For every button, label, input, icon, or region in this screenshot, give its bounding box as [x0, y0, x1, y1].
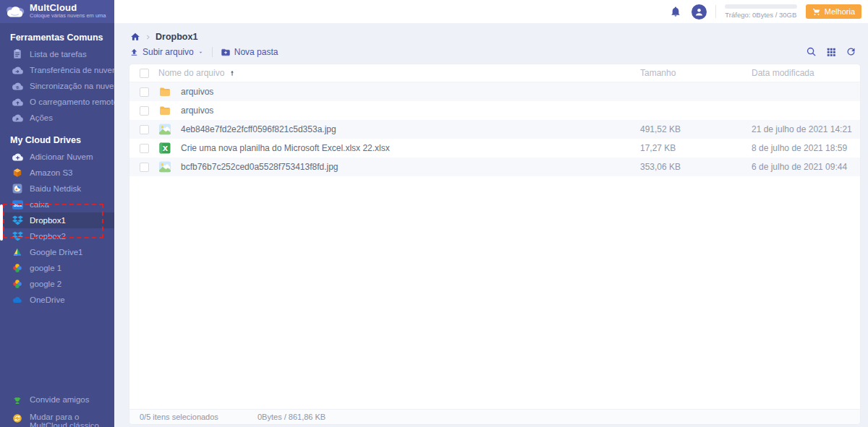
add-cloud-icon [12, 151, 23, 163]
sidebar-item-google-2[interactable]: google 2 [0, 276, 114, 292]
sidebar-item-sincronizacao-na-nuvem[interactable]: Sincronização na nuvem [0, 78, 114, 94]
cart-icon [812, 7, 821, 16]
folder-icon [158, 85, 171, 98]
sidebar-item-lista-de-tarefas[interactable]: Lista de tarefas [0, 46, 114, 62]
sidebar-item-convide-amigos[interactable]: Convide amigos [0, 392, 114, 410]
sidebar-item-label: Adicionar Nuvem [30, 152, 93, 161]
sidebar-item-label: O carregamento remoto [30, 98, 114, 106]
row-checkbox[interactable] [140, 87, 149, 97]
sidebar-item-google-drive1[interactable]: Google Drive1 [0, 244, 114, 260]
onedrive-icon [12, 294, 23, 306]
sidebar-item-label: caixa [30, 200, 49, 209]
home-icon[interactable] [130, 32, 140, 42]
sidebar-item-mudar-classico[interactable]: Mudar para o MultCloud clássico [0, 410, 114, 427]
file-name[interactable]: arquivos [181, 87, 640, 97]
table-row[interactable]: bcfb76b7c252ced0a5528f753413f8fd.jpg 353… [129, 158, 860, 176]
sort-asc-icon[interactable] [229, 69, 236, 77]
sidebar-item-google-1[interactable]: google 1 [0, 260, 114, 276]
table-header: Nome do arquivo Tamanho Data modificada [129, 64, 860, 82]
file-list-panel: Nome do arquivo Tamanho Data modificada … [129, 64, 861, 425]
usage-total: 0Bytes / 861,86 KB [258, 413, 326, 421]
file-name[interactable]: 4eb848e7fd2e2fcff0596f821c5d353a.jpg [181, 124, 640, 134]
row-checkbox[interactable] [140, 125, 149, 134]
section-title-my-cloud-drives: My Cloud Drives [0, 126, 114, 149]
column-header-size[interactable]: Tamanho [640, 68, 752, 78]
status-bar: 0/5 itens selecionados 0Bytes / 861,86 K… [129, 409, 860, 424]
column-header-name[interactable]: Nome do arquivo [158, 68, 224, 78]
cloud-sync-icon [12, 80, 23, 92]
image-file-icon [158, 123, 171, 136]
upgrade-button[interactable]: Melhoria [806, 4, 861, 19]
row-checkbox[interactable] [140, 106, 149, 116]
table-row[interactable]: arquivos [129, 82, 860, 101]
logo[interactable]: MultCloud Coloque várias nuvens em uma [0, 0, 114, 23]
sidebar-item-adicionar-nuvem[interactable]: Adicionar Nuvem [0, 149, 114, 165]
sidebar-item-dropbox2[interactable]: Dropbox2 [0, 228, 114, 244]
sidebar-item-label: Mudar para o MultCloud clássico [30, 413, 108, 427]
chevron-right-icon [145, 34, 151, 40]
upload-file-button[interactable]: Subir arquivo [129, 47, 204, 57]
row-checkbox[interactable] [140, 144, 149, 153]
file-name[interactable]: bcfb76b7c252ced0a5528f753413f8fd.jpg [181, 162, 640, 172]
toolbar-divider [212, 47, 213, 57]
traffic-widget: Tráfego: 0Bytes / 30GB [723, 4, 799, 19]
file-size: 17,27 KB [640, 143, 752, 153]
multcloud-logo-icon [4, 3, 26, 20]
new-folder-button[interactable]: Nova pasta [221, 47, 278, 57]
grid-view-icon[interactable] [826, 47, 836, 57]
google-photos-icon [12, 278, 23, 290]
cloud-actions-icon [12, 112, 23, 124]
upload-file-label: Subir arquivo [142, 47, 194, 57]
sidebar-item-caixa[interactable]: box caixa [0, 197, 114, 212]
image-file-icon [158, 160, 171, 173]
selection-count: 0/5 itens selecionados [140, 413, 258, 421]
new-folder-icon [221, 48, 231, 57]
dropbox-icon [12, 215, 23, 226]
sidebar-item-amazon-s3[interactable]: Amazon S3 [0, 165, 114, 181]
folder-icon [158, 104, 171, 117]
sidebar-scrollbar-thumb[interactable] [0, 204, 3, 241]
sidebar-item-label: Sincronização na nuvem [30, 82, 114, 90]
sidebar-item-label: Google Drive1 [30, 248, 83, 256]
sidebar-item-baidu-netdisk[interactable]: Baidu Netdisk [0, 181, 114, 197]
sidebar-item-label: google 2 [30, 280, 61, 288]
sidebar-item-label: Ações [30, 113, 53, 122]
new-folder-label: Nova pasta [234, 47, 278, 57]
topbar-divider [715, 5, 716, 18]
sidebar-item-transferencia-de-nuvem[interactable]: Transferência de nuvem [0, 62, 114, 78]
row-checkbox[interactable] [140, 163, 149, 172]
excel-file-icon: X [158, 142, 171, 155]
user-avatar[interactable] [692, 4, 707, 20]
app-title: MultCloud [30, 4, 106, 12]
file-name[interactable]: Crie uma nova planilha do Microsoft Exce… [181, 143, 640, 153]
table-row[interactable]: X Crie uma nova planilha do Microsoft Ex… [129, 139, 860, 158]
sidebar-item-onedrive[interactable]: OneDrive [0, 292, 114, 308]
svg-text:box: box [13, 203, 22, 207]
google-drive-icon [12, 246, 23, 258]
breadcrumb-current[interactable]: Dropbox1 [156, 32, 197, 42]
refresh-icon[interactable] [846, 46, 856, 57]
sidebar-item-dropbox1[interactable]: Dropbox1 [0, 212, 114, 228]
sidebar-item-label: Dropbox1 [30, 216, 66, 225]
table-row[interactable]: 4eb848e7fd2e2fcff0596f821c5d353a.jpg 491… [129, 120, 860, 139]
toolbar: Subir arquivo Nova pasta [129, 47, 278, 57]
file-size: 491,52 KB [640, 124, 752, 134]
search-icon[interactable] [806, 46, 817, 57]
table-row[interactable]: arquivos [129, 101, 860, 120]
file-size: 353,06 KB [640, 162, 752, 172]
sidebar-item-label: Baidu Netdisk [30, 184, 81, 193]
file-name[interactable]: arquivos [181, 105, 640, 116]
breadcrumb: Dropbox1 [130, 32, 197, 42]
select-all-checkbox[interactable] [140, 69, 149, 78]
sidebar-footer: Convide amigos Mudar para o MultCloud cl… [0, 392, 114, 427]
sidebar: MultCloud Coloque várias nuvens em uma F… [0, 0, 114, 427]
column-header-date[interactable]: Data modificada [752, 68, 860, 78]
traffic-label: Tráfego: 0Bytes / 30GB [723, 11, 799, 19]
section-title-common-tools: Ferramentas Comuns [0, 23, 114, 46]
view-controls [806, 46, 856, 57]
cloud-upload-remote-icon [12, 96, 23, 108]
bell-icon[interactable] [670, 6, 681, 17]
file-date: 6 de julho de 2021 09:44 [752, 162, 860, 172]
sidebar-item-acoes[interactable]: Ações [0, 110, 114, 126]
sidebar-item-carregamento-remoto[interactable]: O carregamento remoto [0, 94, 114, 110]
